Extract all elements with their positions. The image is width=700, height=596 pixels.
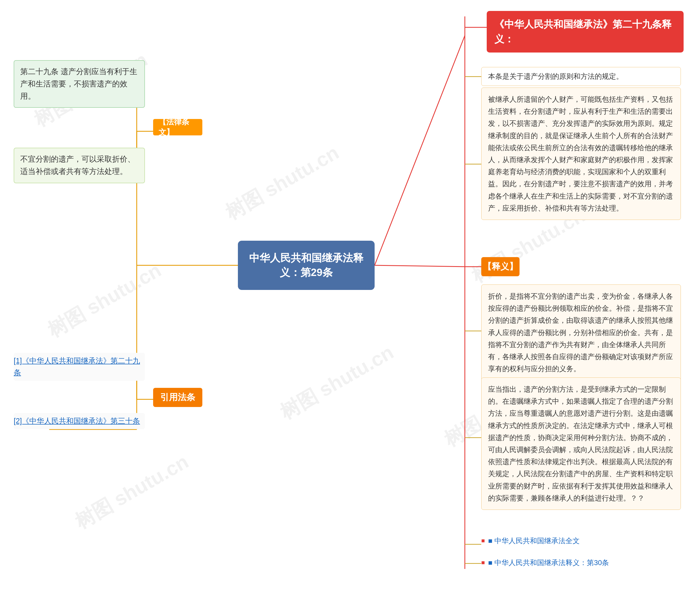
label-law-text: 【法律条文】: [153, 119, 202, 135]
content-box3: 应当指出，遗产的分割方法，是受到继承方式的一定限制的。在遗嘱继承方式中，如果遗嘱…: [481, 377, 681, 510]
label-cite-text: 引用法条: [153, 388, 202, 407]
link-text1: [1]《中华人民共和国继承法》第二十九条: [14, 357, 140, 377]
summary-text: 本条是关于遗产分割的原则和方法的规定。: [488, 72, 623, 80]
watermark-5: 树图 shutu.cn: [70, 449, 193, 535]
link-text4: ■ 中华人民共和国继承法释义：第30条: [488, 558, 609, 568]
link-box3[interactable]: ■ 中华人民共和国继承法全文: [481, 536, 681, 546]
law-article-box2: 不宜分割的遗产，可以采取折价、适当补偿或者共有等方法处理。: [14, 148, 145, 183]
label-law-text-span: 【法律条文】: [159, 117, 197, 138]
watermark-2: 树图 shutu.cn: [221, 140, 344, 226]
right-header-box: 《中华人民共和国继承法》第二十九条释义：: [487, 11, 683, 52]
content-box2: 折价，是指将不宜分割的遗产出卖，变为价金，各继承人各按应得的遗产份额比例领取相应…: [481, 284, 681, 380]
content-text2: 折价，是指将不宜分割的遗产出卖，变为价金，各继承人各按应得的遗产份额比例领取相应…: [488, 292, 673, 373]
svg-line-0: [374, 35, 465, 265]
law-article-text1: 第二十九条 遗产分割应当有利于生产和生活需要，不损害遗产的效用。: [20, 67, 137, 100]
law-article-box1: 第二十九条 遗产分割应当有利于生产和生活需要，不损害遗产的效用。: [14, 60, 145, 108]
content-box1: 被继承人所遗留的个人财产，可能既包括生产资料，又包括生活资料，在分割遗产时，应从…: [481, 88, 681, 220]
content-text3: 应当指出，遗产的分割方法，是受到继承方式的一定限制的。在遗嘱继承方式中，如果遗嘱…: [488, 385, 673, 502]
link-text2: [2]《中华人民共和国继承法》第三十条: [14, 417, 140, 425]
link-box2[interactable]: [2]《中华人民共和国继承法》第三十条: [14, 413, 145, 429]
link-text3: ■ 中华人民共和国继承法全文: [488, 536, 580, 546]
label-yi-text: 【释义】: [481, 257, 520, 276]
link-box1[interactable]: [1]《中华人民共和国继承法》第二十九条: [14, 353, 145, 381]
law-article-text2: 不宜分割的遗产，可以采取折价、适当补偿或者共有等方法处理。: [20, 155, 135, 176]
right-header-text: 《中华人民共和国继承法》第二十九条释义：: [494, 19, 672, 45]
watermark-4: 树图 shutu.cn: [275, 339, 398, 425]
summary-box: 本条是关于遗产分割的原则和方法的规定。: [481, 67, 681, 86]
svg-line-1: [374, 265, 465, 267]
content-text1: 被继承人所遗留的个人财产，可能既包括生产资料，又包括生活资料，在分割遗产时，应从…: [488, 95, 673, 212]
watermark-3: 树图 shutu.cn: [43, 257, 166, 343]
center-node-text: 中华人民共和国继承法释 义：第29条: [247, 251, 366, 280]
link-box4[interactable]: ■ 中华人民共和国继承法释义：第30条: [481, 558, 681, 568]
center-node: 中华人民共和国继承法释 义：第29条: [238, 241, 374, 290]
